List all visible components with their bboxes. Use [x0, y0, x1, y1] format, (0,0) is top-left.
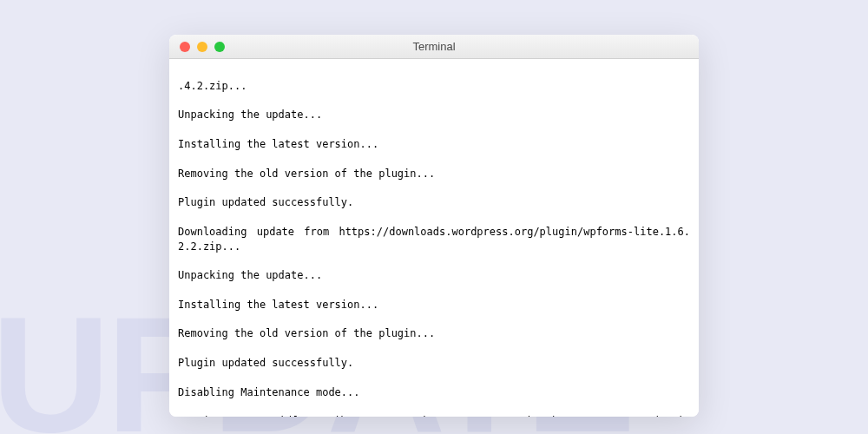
maximize-icon[interactable]	[214, 42, 225, 52]
output-line: Installing the latest version...	[178, 298, 690, 312]
warning-line: Warning: Error while sending QUERY packe…	[178, 414, 690, 417]
minimize-icon[interactable]	[197, 42, 207, 52]
titlebar: Terminal	[169, 35, 699, 59]
output-line: Unpacking the update...	[178, 108, 690, 122]
output-line: Installing the latest version...	[178, 137, 690, 152]
output-line: .4.2.zip...	[178, 79, 690, 94]
output-line: Plugin updated successfully.	[178, 195, 690, 210]
terminal-output[interactable]: .4.2.zip... Unpacking the update... Inst…	[169, 59, 699, 417]
output-line: Plugin updated successfully.	[178, 356, 690, 371]
output-line: Unpacking the update...	[178, 268, 690, 283]
output-line: Removing the old version of the plugin..…	[178, 167, 690, 181]
window-title: Terminal	[169, 40, 699, 53]
window-controls	[169, 42, 225, 52]
output-line: Downloading update from https://download…	[178, 225, 690, 254]
output-line: Removing the old version of the plugin..…	[178, 326, 690, 341]
terminal-window: Terminal .4.2.zip... Unpacking the updat…	[169, 35, 699, 417]
output-line: Disabling Maintenance mode...	[178, 385, 690, 400]
close-icon[interactable]	[180, 42, 190, 52]
